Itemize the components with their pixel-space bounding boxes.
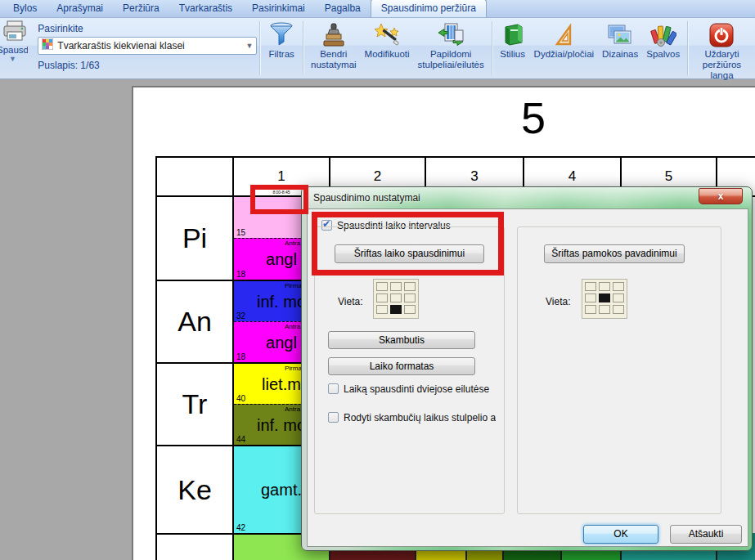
- ribbon-button-bendri-nustatymai[interactable]: Bendri nustatymai: [307, 20, 361, 72]
- tab-aprašymai[interactable]: Aprašymai: [47, 0, 113, 17]
- tab-peržiūra[interactable]: Peržiūra: [113, 0, 169, 17]
- ribbon-button-dydžiai-pločiai[interactable]: Dydžiai/pločiai: [530, 20, 599, 61]
- position-cell[interactable]: [585, 293, 596, 302]
- ok-button[interactable]: OK: [583, 525, 658, 544]
- ribbon-button-label: Dizainas: [602, 49, 638, 60]
- funnel-icon: [267, 21, 295, 49]
- design-images-icon: [606, 21, 634, 49]
- lesson-number: 44: [236, 435, 245, 444]
- position-cell[interactable]: [376, 282, 388, 291]
- ribbon-button-label: Papildomi stulpeliai/eilutės: [418, 49, 484, 70]
- position-cell[interactable]: [404, 305, 416, 314]
- printer-icon: [2, 20, 27, 45]
- filter-group: Filtras: [261, 18, 302, 78]
- ribbon-button-label: Stilius: [500, 49, 525, 60]
- lesson-position-grid: [582, 279, 627, 319]
- ribbon-button-dizainas[interactable]: Dizainas: [598, 20, 642, 61]
- chevron-down-icon[interactable]: ▼: [245, 42, 253, 50]
- tab-pasirinkimai[interactable]: Pasirinkimai: [242, 0, 315, 17]
- position-cell[interactable]: [585, 282, 596, 291]
- combobox-value: Tvarkaraštis kiekvienai klasei: [57, 40, 241, 52]
- timetable-grid-icon: [42, 38, 53, 53]
- chevron-down-icon[interactable]: ▼: [9, 55, 16, 63]
- tab-pagalba[interactable]: Pagalba: [315, 0, 371, 17]
- position-cell[interactable]: [585, 305, 596, 314]
- close-preview-label: Uždaryti peržiūros langa: [695, 49, 748, 81]
- vieta-label-left: Vieta:: [338, 296, 362, 307]
- lesson-number: 42: [236, 523, 245, 532]
- day-label: Pi: [157, 197, 234, 280]
- ribbon-button-modifikuoti[interactable]: (Modifikuoti: [361, 20, 414, 61]
- position-cell[interactable]: [599, 305, 610, 314]
- group-tag: Pirma: [285, 365, 302, 372]
- ribbon-separator: [259, 21, 260, 75]
- power-icon: [708, 21, 735, 49]
- stamp-icon: [321, 21, 347, 49]
- font-lesson-button[interactable]: Šriftas pamokos pavadinimui: [544, 244, 685, 263]
- tab-bar: BylosAprašymaiPeržiūraTvarkaraštisPasiri…: [0, 0, 755, 18]
- position-cell[interactable]: [613, 282, 624, 291]
- position-cell[interactable]: [599, 282, 610, 291]
- position-cell[interactable]: [404, 282, 416, 291]
- checkbox-label: Laiką spausdinti dviejose eilutėse: [344, 383, 489, 395]
- position-cell[interactable]: [404, 293, 416, 302]
- skambutis-button[interactable]: Skambutis: [328, 331, 475, 349]
- group-tag: Pirma: [285, 282, 302, 289]
- day-label: Ke: [157, 446, 234, 533]
- ribbon-button-label: Spalvos: [646, 49, 680, 60]
- close-preview-group: Uždaryti peržiūros langa: [689, 18, 755, 78]
- lesson-number: 15: [236, 228, 245, 237]
- ribbon-button-label: Modifikuoti: [365, 49, 410, 60]
- tab-bylos[interactable]: Bylos: [3, 0, 47, 17]
- vieta-label-right: Vieta:: [546, 296, 570, 307]
- print-button-label: Spausdinti: [0, 45, 28, 55]
- cancel-button[interactable]: Atšaukti: [670, 525, 742, 544]
- group-tag: Antra: [285, 323, 300, 330]
- style-group: StiliusDydžiai/pločiaiDizainasSpalvos: [493, 18, 687, 78]
- ribbon: Spausdinti ▼ Pasirinkite Tvarkaraštis ki…: [0, 18, 755, 79]
- filter-button[interactable]: Filtras: [263, 20, 299, 61]
- ribbon-separator: [303, 21, 303, 75]
- print-button[interactable]: Spausdinti ▼: [0, 18, 28, 78]
- group-tag: Antra: [285, 405, 300, 413]
- day-label: Tr: [157, 364, 234, 445]
- close-preview-button[interactable]: Uždaryti peržiūros langa: [691, 20, 753, 83]
- time-position-grid: [373, 279, 419, 319]
- filter-button-label: Filtras: [269, 49, 294, 60]
- position-cell-selected[interactable]: [390, 305, 402, 314]
- close-icon[interactable]: x: [699, 188, 743, 204]
- two-lines-checkbox[interactable]: Laiką spausdinti dviejose eilutėse: [328, 383, 489, 395]
- checkbox-label: Rodyti skambučių laikus stulpelio antraš…: [344, 412, 496, 423]
- position-cell[interactable]: [613, 305, 624, 314]
- lesson-number: 40: [236, 394, 245, 403]
- tab-spausdinimo-peržiūra[interactable]: Spausdinimo peržiūra: [371, 0, 487, 17]
- ribbon-button-papildomi-stulpeliai-eilutės[interactable]: Papildomi stulpeliai/eilutės: [414, 20, 488, 72]
- magic-wand-icon: (: [373, 21, 401, 49]
- position-cell-selected[interactable]: [599, 293, 610, 302]
- position-cell[interactable]: [613, 293, 624, 302]
- ribbon-button-spalvos[interactable]: Spalvos: [642, 20, 684, 61]
- position-cell[interactable]: [390, 282, 402, 291]
- select-group: Pasirinkite Tvarkaraštis kiekvienai klas…: [28, 18, 258, 78]
- tab-tvarkaraštis[interactable]: Tvarkaraštis: [169, 0, 242, 17]
- timetable-corner-cell: [157, 158, 234, 195]
- annotation-rect-time-interval: [250, 185, 308, 214]
- page-counter: Puslapis: 1/63: [38, 60, 99, 71]
- checkbox-box[interactable]: [328, 383, 339, 394]
- position-cell[interactable]: [376, 305, 388, 314]
- show-bell-times-checkbox[interactable]: Rodyti skambučių laikus stulpelio antraš…: [328, 412, 496, 423]
- ribbon-button-label: Dydžiai/pločiai: [534, 49, 595, 60]
- position-cell[interactable]: [390, 293, 402, 302]
- lesson-number: 32: [236, 311, 245, 320]
- colors-palette-icon: [650, 21, 676, 49]
- laiko-formatas-button[interactable]: Laiko formatas: [328, 357, 475, 375]
- lesson-number: 18: [236, 270, 245, 279]
- day-label: An: [157, 281, 234, 362]
- timetable-type-combobox[interactable]: Tvarkaraštis kiekvienai klasei ▼: [38, 37, 257, 55]
- ribbon-separator: [687, 21, 688, 75]
- lesson-groupbox: [517, 226, 721, 514]
- position-cell[interactable]: [376, 293, 388, 302]
- extra-columns-icon: [437, 21, 465, 49]
- ribbon-button-stilius[interactable]: Stilius: [496, 20, 530, 61]
- checkbox-box[interactable]: [328, 412, 339, 423]
